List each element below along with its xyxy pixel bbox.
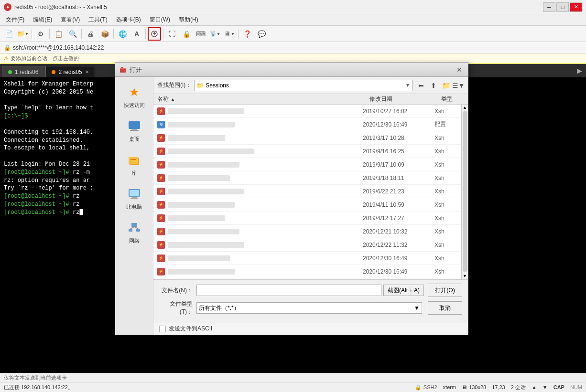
toolbar-msg-btn[interactable]: 💬	[255, 27, 268, 41]
scroll-thumb[interactable]	[463, 111, 467, 272]
tab-label-redis06: 1 redis06	[15, 69, 38, 75]
sidebar-library[interactable]: 库	[118, 149, 151, 180]
dialog-back-btn[interactable]: ⬅	[415, 80, 427, 91]
sidebar-network[interactable]: 网络	[118, 217, 151, 247]
menu-file[interactable]: 文件(F)	[2, 15, 28, 25]
menu-tab[interactable]: 选项卡(B)	[112, 15, 145, 25]
file-row[interactable]: ⚡2019/10/27 16:02Xsh	[153, 105, 461, 118]
toolbar-globe-btn[interactable]: 🌐	[116, 27, 129, 41]
status-xterm: xterm	[443, 384, 456, 390]
toolbar-pkg-btn[interactable]: 📦	[98, 27, 111, 41]
file-name-blurred	[168, 175, 230, 181]
file-cell-type: Xsh	[433, 242, 461, 248]
tab-redis06[interactable]: 1 redis06	[2, 66, 44, 77]
menu-help[interactable]: 帮助(H)	[175, 15, 202, 25]
file-cell-date: 2019/9/17 10:09	[361, 161, 433, 168]
col-type-header[interactable]: 类型	[439, 95, 468, 103]
toolbar-keyboard-btn[interactable]: ⌨	[194, 27, 207, 41]
sidebar-computer[interactable]: 此电脑	[118, 183, 151, 213]
tab-close-redis05[interactable]: ✕	[85, 69, 89, 74]
ascii-checkbox[interactable]	[159, 326, 166, 332]
file-row[interactable]: ⚡2019/3/17 10:28Xsh	[153, 131, 461, 145]
dialog-up-btn[interactable]: ⬆	[428, 80, 439, 91]
filename-input[interactable]	[196, 285, 381, 296]
status-nav-down[interactable]: ▼	[543, 384, 548, 390]
file-name-blurred	[168, 108, 244, 114]
file-icon: ⚡	[157, 134, 165, 142]
file-name-blurred	[168, 269, 235, 275]
dialog-new-folder-btn[interactable]: 📁	[440, 80, 452, 91]
file-row[interactable]: ⚡2019/4/11 10:59Xsh	[153, 198, 461, 212]
status-nav-up[interactable]: ▲	[532, 384, 537, 390]
maximize-button[interactable]: □	[556, 2, 569, 12]
file-row[interactable]: ⚡2020/12/30 16:49Xsh	[153, 252, 461, 265]
file-cell-date: 2020/12/21 10:32	[361, 228, 433, 235]
file-icon: ⚡	[157, 214, 165, 222]
toolbar-copy-btn[interactable]: 📋	[52, 27, 65, 41]
status-ssh2: 🔒 SSH2	[415, 384, 437, 391]
file-row[interactable]: ⚡2019/9/16 16:25Xsh	[153, 145, 461, 158]
dialog-bottom: 文件名(N)： 截图(Alt + A) 打开(O) 文件类型(T)： 所有文件（…	[153, 279, 468, 323]
file-row[interactable]: ⚡2019/3/18 18:11Xsh	[153, 171, 461, 185]
file-row[interactable]: ⚡2019/6/22 21:23Xsh	[153, 185, 461, 198]
menu-tools[interactable]: 工具(T)	[85, 15, 111, 25]
menu-window[interactable]: 窗口(W)	[146, 15, 174, 25]
svg-line-18	[134, 227, 138, 229]
file-row[interactable]: ⚡2020/12/21 10:32Xsh	[153, 225, 461, 238]
dialog-close-button[interactable]: ✕	[455, 65, 464, 74]
file-cell-type: Xsh	[433, 228, 461, 235]
dialog-nav-btns: ⬅ ⬆ 📁 ☰▼	[415, 80, 464, 91]
toolbar-open-btn[interactable]: 📁▼	[16, 27, 30, 41]
tab-redis05[interactable]: 2 redis05 ✕	[45, 66, 95, 77]
sidebar-quick-access[interactable]: ★ 快速访问	[118, 82, 151, 112]
status-cap-indicator: CAP	[553, 384, 564, 390]
toolbar-settings-btn[interactable]: ⚙	[34, 27, 47, 41]
filename-label: 文件名(N)：	[159, 286, 193, 295]
file-row[interactable]: ⚡2020/12/22 11:32Xsh	[153, 238, 461, 252]
filetype-select[interactable]: 所有文件（*.*） ▼	[196, 302, 422, 314]
col-name-header[interactable]: 名称 ▲	[153, 95, 368, 103]
toolbar-upload-btn[interactable]	[148, 27, 161, 41]
file-row[interactable]: ⚡2019/4/12 17:27Xsh	[153, 212, 461, 225]
toolbar-view2-btn[interactable]: 🖥▼	[223, 27, 236, 41]
filename-row: 文件名(N)： 截图(Alt + A) 打开(O)	[159, 284, 462, 297]
toolbar-new-btn[interactable]: 📄	[2, 27, 15, 41]
svg-line-17	[130, 227, 134, 229]
open-btn[interactable]: 打开(O)	[428, 284, 462, 297]
file-cell-date: 2019/3/18 18:11	[361, 175, 433, 181]
svg-rect-3	[121, 67, 123, 68]
scrollbar[interactable]: ▲ ▼	[461, 105, 468, 279]
title-bar: ● redis05 - root@localhost:~ - Xshell 5 …	[0, 0, 586, 14]
tab-next-btn[interactable]: ▶	[575, 67, 584, 74]
file-row[interactable]: ⚡2020/12/30 16:49Xsh	[153, 265, 461, 278]
dialog-path-toolbar: 查找范围(I)： 📁 Sessions ▼ ⬅ ⬆ 📁 ☰▼	[153, 77, 468, 94]
minimize-button[interactable]: ─	[543, 2, 555, 12]
col-date-header[interactable]: 修改日期	[368, 95, 439, 103]
toolbar-help-btn[interactable]: ❓	[240, 27, 254, 41]
menu-view[interactable]: 查看(V)	[57, 15, 84, 25]
toolbar-fullscreen-btn[interactable]: ⛶	[165, 27, 179, 41]
scroll-down-btn[interactable]: ▼	[462, 273, 468, 279]
dialog-titlebar: 打开 ✕	[115, 63, 468, 77]
file-row[interactable]: ⚡2019/9/17 10:09Xsh	[153, 158, 461, 171]
sidebar-desktop[interactable]: 桌面	[118, 116, 151, 146]
toolbar-transfer-btn[interactable]: 📡▼	[208, 27, 222, 41]
capture-btn[interactable]: 截图(Alt + A)	[383, 285, 424, 296]
cancel-btn[interactable]: 取消	[428, 301, 462, 315]
dialog-title-icon	[119, 66, 127, 74]
toolbar-lock-btn[interactable]: 🔒	[180, 27, 193, 41]
file-cell-type: Xsh	[433, 255, 461, 262]
toolbar-find-btn[interactable]: 🔍	[66, 27, 79, 41]
dialog-view-btn[interactable]: ☰▼	[453, 80, 464, 91]
toolbar-font-btn[interactable]: A	[130, 27, 143, 41]
file-cell-date: 2020/12/22 11:32	[361, 242, 433, 248]
path-combo[interactable]: 📁 Sessions ▼	[194, 80, 412, 91]
status-right-items: 🔒 SSH2 xterm 🖥 130x28 17,23 2 会话 ▲ ▼ CAP…	[415, 384, 582, 391]
close-button[interactable]: ✕	[570, 2, 582, 12]
scroll-up-btn[interactable]: ▲	[462, 105, 468, 110]
file-cell-name: ⚡	[153, 188, 361, 195]
svg-rect-16	[136, 229, 140, 232]
toolbar-print-btn[interactable]: 🖨	[84, 27, 97, 41]
file-row[interactable]: ⚙2020/12/30 16:49配置	[153, 118, 461, 131]
menu-edit[interactable]: 编辑(E)	[29, 15, 56, 25]
